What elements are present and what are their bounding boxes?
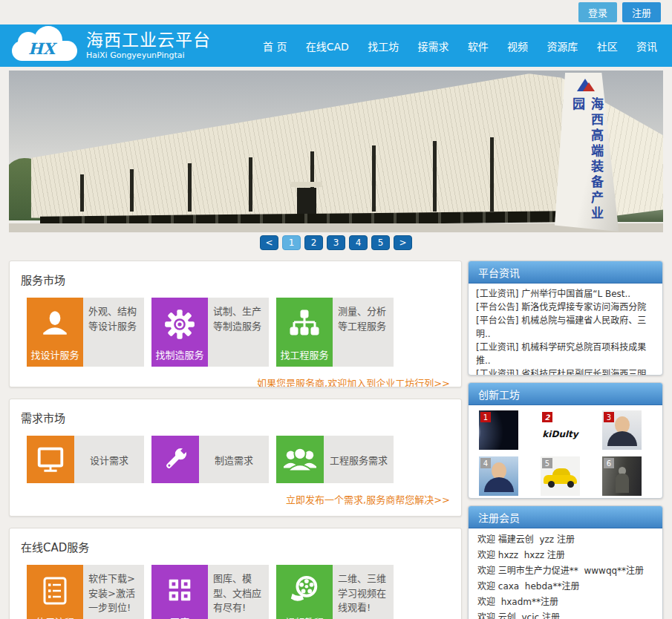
- service-market-row: 找设计服务 外观、结构等设计服务: [21, 298, 450, 367]
- main-nav: HX 海西工业云平台 HaiXi GongyeyunPingtai 首 页 在线…: [0, 24, 672, 67]
- pager-page-1[interactable]: 1: [282, 235, 301, 250]
- workshop-thumb-logo[interactable]: 2 kiDulty: [541, 410, 580, 450]
- cad-service-title: 在线CAD服务: [21, 539, 450, 554]
- window-slit: [188, 163, 192, 212]
- news-item[interactable]: [工业资讯] 广州举行中国首届“L Best..: [476, 287, 655, 301]
- gallery-item[interactable]: 图库 图库、模型、文档应有尽有!: [151, 565, 269, 619]
- engineering-service-item[interactable]: 找工程服务 测量、分析等工程服务: [276, 298, 394, 367]
- manufacture-demand-item[interactable]: 制造需求: [151, 436, 269, 483]
- workshop-thumbnails: 1 2 kiDulty 3 4 5: [469, 405, 662, 498]
- nav-item-software[interactable]: 软件: [468, 39, 489, 53]
- nav-item-video[interactable]: 视频: [507, 39, 528, 53]
- usage-flow-label: 使用流程: [27, 615, 83, 619]
- hero-banner: 海西高端装备产业园: [9, 71, 663, 232]
- user-icon: [39, 307, 71, 340]
- pager-page-2[interactable]: 2: [304, 235, 323, 250]
- service-market-join-link[interactable]: 如果您是服务商,欢迎加入到企业工坊行列>>: [21, 376, 450, 387]
- news-list: [工业资讯] 广州举行中国首届“L Best.. [平台公告] 斯洛伐克焊接专家…: [469, 284, 662, 375]
- window-slit: [80, 174, 84, 212]
- video-tutorial-item[interactable]: 视频教程 二维、三维学习视频在线观看!: [276, 565, 394, 619]
- pager-page-4[interactable]: 4: [349, 235, 368, 250]
- manufacture-service-label: 找制造服务: [151, 347, 208, 361]
- news-panel-title: 平台资讯: [469, 261, 662, 284]
- workshop-thumb-portrait[interactable]: 3: [602, 410, 642, 450]
- site-identity: 海西工业云平台 HaiXi GongyeyunPingtai: [86, 31, 211, 60]
- usage-flow-desc: 软件下载>安装>激活一步到位!: [83, 565, 144, 619]
- car-wheel: [567, 481, 574, 488]
- news-item[interactable]: [工业资讯] 机械科学研究总院百项科技成果推..: [476, 341, 655, 367]
- pager-page-3[interactable]: 3: [327, 235, 345, 250]
- manufacture-service-item[interactable]: 找制造服务 试制、生产等制造服务: [151, 298, 269, 367]
- engineering-demand-item[interactable]: 工程服务需求: [276, 436, 394, 483]
- engineering-service-tile[interactable]: 找工程服务: [276, 298, 333, 367]
- site-title: 海西工业云平台: [86, 31, 211, 50]
- grid-icon: [164, 574, 195, 606]
- design-demand-tile[interactable]: [27, 436, 74, 483]
- manufacture-demand-tile[interactable]: [151, 436, 199, 483]
- window-slit: [130, 169, 134, 212]
- site-logo[interactable]: HX: [10, 29, 79, 63]
- pager-page-5[interactable]: 5: [371, 235, 390, 250]
- car-wheel: [548, 481, 555, 488]
- rank-badge: 5: [542, 458, 552, 468]
- cad-service-card: 在线CAD服务 使用流程: [9, 528, 462, 619]
- workshop-thumb-photo[interactable]: 6: [602, 456, 642, 496]
- portrait-shape: [607, 431, 637, 446]
- member-item: 欢迎 福建云创 yzz 注册: [477, 532, 653, 548]
- window-slit: [433, 141, 437, 212]
- usage-flow-tile[interactable]: 使用流程: [27, 565, 83, 619]
- member-item: 欢迎 caxa hebda**注册: [477, 579, 653, 595]
- nav-item-online-cad[interactable]: 在线CAD: [306, 39, 349, 53]
- members-panel: 注册会员 欢迎 福建云创 yzz 注册 欢迎 hxzz hxzz 注册 欢迎 三…: [468, 505, 663, 619]
- portrait-shape: [484, 477, 514, 492]
- portrait-shape: [616, 474, 629, 493]
- member-item: 欢迎 hxadm**注册: [477, 595, 653, 610]
- workshop-panel: 创新工坊 1 2 kiDulty 3 4: [468, 382, 663, 499]
- news-item[interactable]: [平台公告] 斯洛伐克焊接专家访问海西分院: [476, 301, 655, 314]
- design-service-item[interactable]: 找设计服务 外观、结构等设计服务: [27, 298, 144, 367]
- window-slit: [372, 145, 376, 212]
- demand-publish-link[interactable]: 立即发布一个需求,服务商帮您解决>>: [21, 492, 450, 506]
- wrench-icon: [160, 444, 191, 475]
- members-panel-title: 注册会员: [469, 506, 662, 528]
- workshop-thumb-portrait[interactable]: 4: [479, 456, 518, 496]
- nav-item-community[interactable]: 社区: [597, 39, 618, 53]
- gallery-tile[interactable]: 图库: [151, 565, 208, 619]
- news-item[interactable]: [平台公告] 机械总院与福建省人民政府、三明..: [476, 314, 655, 341]
- demand-market-title: 需求市场: [21, 410, 450, 425]
- workshop-thumb-space[interactable]: 1: [479, 410, 518, 450]
- gear-icon: [163, 307, 197, 341]
- register-button[interactable]: 注册: [622, 2, 661, 22]
- park-sign-text: 海西高端装备产业园: [569, 97, 606, 232]
- usage-flow-item[interactable]: 使用流程 软件下载>安装>激活一步到位!: [27, 565, 144, 619]
- demand-market-card: 需求市场 设计需求: [9, 399, 462, 517]
- nav-item-home[interactable]: 首 页: [263, 39, 287, 53]
- users-icon: [283, 445, 317, 474]
- workshop-thumb-car[interactable]: 5: [541, 456, 580, 496]
- demand-market-row: 设计需求 制造需求: [21, 436, 450, 483]
- content-columns: 服务市场 找设计服务 外观、结构等设计服务: [9, 261, 663, 619]
- gallery-desc: 图库、模型、文档应有尽有!: [208, 565, 269, 619]
- cad-service-row: 使用流程 软件下载>安装>激活一步到位!: [21, 565, 450, 619]
- login-button[interactable]: 登录: [578, 2, 617, 22]
- rank-badge: 3: [604, 412, 614, 422]
- nav-item-news[interactable]: 资讯: [636, 39, 657, 53]
- pager-prev-button[interactable]: <: [260, 235, 278, 250]
- checklist-icon: [39, 574, 71, 607]
- news-item[interactable]: [工业资讯] 省科技厅杜民副厅长到海西三明: [476, 367, 655, 375]
- left-column: 服务市场 找设计服务 外观、结构等设计服务: [9, 261, 462, 619]
- pager-next-button[interactable]: >: [394, 235, 412, 250]
- nav-item-find-workshop[interactable]: 找工坊: [368, 39, 399, 53]
- nav-item-resources[interactable]: 资源库: [547, 39, 578, 53]
- design-demand-item[interactable]: 设计需求: [27, 436, 144, 483]
- members-list: 欢迎 福建云创 yzz 注册 欢迎 hxzz hxzz 注册 欢迎 三明市生产力…: [469, 528, 662, 619]
- banner-pagination: < 1 2 3 4 5 >: [0, 235, 672, 251]
- video-tutorial-tile[interactable]: 视频教程: [276, 565, 333, 619]
- nav-item-take-demand[interactable]: 接需求: [417, 39, 448, 53]
- window-slit: [249, 157, 252, 212]
- engineering-demand-tile[interactable]: [276, 436, 324, 483]
- manufacture-service-tile[interactable]: 找制造服务: [151, 298, 208, 367]
- manufacture-service-desc: 试制、生产等制造服务: [208, 298, 269, 367]
- design-service-tile[interactable]: 找设计服务: [27, 298, 83, 367]
- rank-badge: 6: [604, 458, 614, 468]
